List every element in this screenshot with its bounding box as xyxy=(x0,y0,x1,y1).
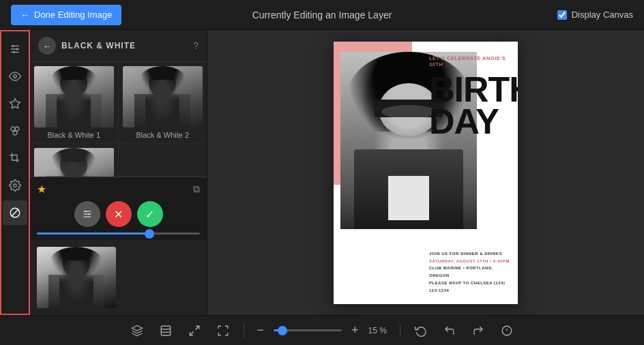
filter-panel-header-left: ← BLACK & WHITE xyxy=(38,37,136,55)
zoom-minus-button[interactable]: − xyxy=(254,323,267,338)
overflow-button[interactable] xyxy=(496,320,518,342)
adjustment-top-row: ★ ⧉ xyxy=(37,183,200,196)
fullscreen-button[interactable] xyxy=(212,320,234,342)
filter-panel-header: ← BLACK & WHITE ? xyxy=(30,30,207,62)
sidebar-item-filters[interactable] xyxy=(3,200,27,225)
cancel-x-icon: ✕ xyxy=(114,208,123,221)
adjustment-controls: ★ ⧉ ✕ ✓ xyxy=(30,177,207,240)
filter-thumb-bw2 xyxy=(123,66,203,127)
filter-thumb-image-bw3 xyxy=(34,148,114,177)
display-canvas-toggle[interactable]: Display Canvas xyxy=(557,10,633,20)
invitation-card: LET'S CELEBRATE ANGIE'S 30TH BIRTHDAY JO… xyxy=(334,42,518,304)
back-arrow-icon: ← xyxy=(43,41,52,51)
person-body-2 xyxy=(134,94,190,128)
svg-point-8 xyxy=(11,127,15,131)
svg-line-24 xyxy=(190,331,194,335)
adjustment-intensity-slider[interactable] xyxy=(37,232,200,235)
filter-back-button[interactable]: ← xyxy=(38,37,56,55)
top-bar: ← Done Editing Image Currently Editing a… xyxy=(0,0,644,30)
done-button-label: Done Editing Image xyxy=(34,10,112,20)
adjustment-settings-button[interactable] xyxy=(74,201,100,227)
filter-panel: ← BLACK & WHITE ? Black & White 1 xyxy=(30,30,207,315)
layers-button[interactable] xyxy=(126,320,148,342)
filter-slash-icon xyxy=(9,207,21,219)
join-line1: JOIN US FOR DINNER & DRINKS xyxy=(429,250,511,258)
card-birthday-text: BIRTHDAY xyxy=(429,74,511,138)
icon-sidebar xyxy=(0,30,30,315)
filter-item-bw4-preview[interactable] xyxy=(34,244,119,311)
svg-marker-7 xyxy=(10,99,20,108)
svg-line-13 xyxy=(12,209,19,217)
filter-thumb-bw4 xyxy=(37,247,116,308)
sidebar-item-adjustments[interactable] xyxy=(3,37,27,61)
zoom-slider[interactable] xyxy=(274,329,342,331)
effects-icon xyxy=(9,125,21,137)
person-hair-3 xyxy=(50,148,98,177)
gear-icon xyxy=(9,179,21,192)
display-canvas-checkbox[interactable] xyxy=(557,10,567,20)
editing-title: Currently Editing an Image Layer xyxy=(252,10,392,20)
card-celebrate-text: LET'S CELEBRATE ANGIE'S 30TH xyxy=(429,55,511,69)
filter-thumb-image-bw4 xyxy=(37,247,116,308)
svg-point-6 xyxy=(14,75,17,78)
adjustment-confirm-button[interactable]: ✓ xyxy=(137,201,163,227)
svg-point-5 xyxy=(13,51,15,53)
svg-point-17 xyxy=(85,211,87,213)
canvas-area: LET'S CELEBRATE ANGIE'S 30TH BIRTHDAY JO… xyxy=(207,30,644,315)
layers-icon xyxy=(131,325,143,337)
adjustment-cancel-button[interactable]: ✕ xyxy=(106,201,132,227)
sidebar-item-favorites[interactable] xyxy=(3,91,27,116)
adjustment-slider-wrap xyxy=(37,232,200,235)
person-body-1 xyxy=(46,94,102,128)
filter-thumb-image-bw1 xyxy=(34,66,114,127)
svg-point-4 xyxy=(16,48,18,50)
svg-point-18 xyxy=(88,213,90,215)
filter-label-bw1: Black & White 1 xyxy=(34,131,114,139)
sidebar-item-settings[interactable] xyxy=(3,173,27,198)
fit-icon xyxy=(188,325,201,337)
undo-icon xyxy=(443,325,456,337)
filter-item-bw2[interactable]: Black & White 2 xyxy=(119,62,207,144)
redo-button[interactable] xyxy=(467,320,489,342)
fit-button[interactable] xyxy=(184,320,205,342)
person-hair-1 xyxy=(50,66,98,97)
reset-icon xyxy=(415,325,427,337)
copy-icon[interactable]: ⧉ xyxy=(193,183,200,195)
crop-icon xyxy=(9,152,21,164)
filter-item-bw1[interactable]: Black & White 1 xyxy=(30,62,119,144)
undo-button[interactable] xyxy=(439,320,460,342)
person-hair-2 xyxy=(138,66,187,97)
help-icon[interactable]: ? xyxy=(193,40,199,51)
reset-button[interactable] xyxy=(410,320,432,342)
display-canvas-label: Display Canvas xyxy=(572,10,633,20)
sliders-icon xyxy=(9,43,21,55)
filter-item-bw3[interactable]: Black & White 3 xyxy=(30,144,119,177)
card-venue-line: CLUB MARINE • PORTLAND, OREGON xyxy=(429,265,511,280)
fullscreen-icon xyxy=(217,325,229,337)
toolbar-separator-2 xyxy=(400,324,400,338)
zoom-plus-button[interactable]: + xyxy=(349,323,362,338)
bottom-toolbar: − + 15 % xyxy=(0,315,644,345)
main-area: ← BLACK & WHITE ? Black & White 1 xyxy=(0,30,644,315)
star-icon xyxy=(9,97,21,110)
sidebar-item-effects[interactable] xyxy=(3,119,27,143)
overflow-icon xyxy=(501,325,513,337)
toolbar-separator-1 xyxy=(244,324,244,338)
favorite-star-icon[interactable]: ★ xyxy=(37,183,46,196)
sidebar-item-visibility[interactable] xyxy=(3,64,27,89)
celebrate-line1: LET'S CELEBRATE ANGIE'S 30TH xyxy=(429,55,506,68)
card-date-line: SATURDAY, AUGUST 17TH • 5:00PM xyxy=(429,258,511,265)
svg-point-10 xyxy=(13,131,17,135)
zoom-percent-label: 15 % xyxy=(368,326,390,335)
sidebar-item-crop[interactable] xyxy=(3,146,27,170)
card-bottom-info: JOIN US FOR DINNER & DRINKS SATURDAY, AU… xyxy=(429,250,511,295)
svg-rect-20 xyxy=(162,326,171,335)
done-editing-button[interactable]: ← Done Editing Image xyxy=(11,5,121,25)
pages-button[interactable] xyxy=(155,320,177,342)
confirm-check-icon: ✓ xyxy=(145,208,154,221)
svg-point-3 xyxy=(12,45,14,47)
svg-point-11 xyxy=(14,184,17,188)
person-body-4 xyxy=(48,275,104,309)
sliders-small-icon xyxy=(82,209,93,220)
svg-marker-19 xyxy=(132,325,143,331)
